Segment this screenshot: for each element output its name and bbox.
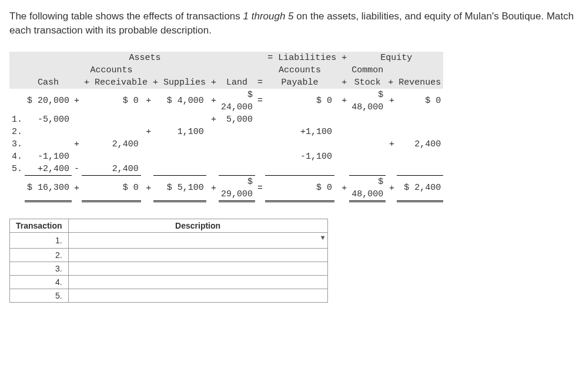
total-land-top: $ bbox=[219, 175, 255, 188]
row1-land: 5,000 bbox=[219, 113, 255, 126]
init-rev: $ 0 bbox=[397, 89, 443, 113]
row5-supplies bbox=[153, 163, 206, 176]
op: + bbox=[386, 89, 397, 113]
op: + bbox=[386, 175, 397, 201]
op: + bbox=[141, 89, 153, 113]
row5-stock bbox=[349, 163, 386, 176]
match-row-num: 4. bbox=[10, 275, 69, 289]
chevron-down-icon: ▼ bbox=[320, 234, 326, 241]
row1-supplies bbox=[153, 113, 206, 126]
match-row-num: 2. bbox=[10, 248, 69, 262]
row-num: 3. bbox=[9, 138, 25, 150]
row4-stock bbox=[349, 150, 386, 163]
init-land: 24,000 bbox=[219, 101, 255, 113]
match-row-num: 3. bbox=[10, 262, 69, 275]
header-cs-bot: Stock bbox=[349, 76, 386, 89]
op: = bbox=[255, 89, 265, 113]
row3-supplies bbox=[153, 138, 206, 150]
total-supplies: $ 5,100 bbox=[153, 175, 206, 201]
row2-stock bbox=[349, 126, 386, 138]
row2-land bbox=[219, 126, 255, 138]
description-dropdown-3[interactable] bbox=[68, 262, 327, 275]
total-land: 29,000 bbox=[219, 188, 255, 202]
header-land: Land bbox=[219, 76, 255, 89]
total-stock-top: $ bbox=[349, 175, 386, 188]
row5-ap bbox=[265, 163, 334, 176]
init-stock-top: $ bbox=[349, 89, 386, 101]
total-rev: $ 2,400 bbox=[397, 175, 443, 201]
row3-stock bbox=[349, 138, 386, 150]
row3-ar: 2,400 bbox=[82, 138, 141, 150]
row1-rev bbox=[397, 113, 443, 126]
description-dropdown-4[interactable] bbox=[68, 275, 327, 289]
header-ap-bot: Payable bbox=[265, 76, 334, 89]
op: + bbox=[72, 175, 82, 201]
row5-cash: +2,400 bbox=[25, 163, 72, 176]
init-cash: $ 20,000 bbox=[25, 89, 72, 113]
row4-ar bbox=[82, 150, 141, 163]
match-row-num: 5. bbox=[10, 289, 69, 302]
prompt-text: The following table shows the effects of… bbox=[9, 9, 577, 38]
row2-ar bbox=[82, 126, 141, 138]
description-dropdown-1[interactable]: ▼ bbox=[68, 232, 327, 248]
row1-ar bbox=[82, 113, 141, 126]
match-row-num: 1. bbox=[10, 232, 69, 248]
header-cs-top: Common bbox=[349, 64, 386, 76]
row2-cash bbox=[25, 126, 72, 138]
row4-supplies bbox=[153, 150, 206, 163]
op: + bbox=[72, 89, 82, 113]
row2-supplies: 1,100 bbox=[153, 126, 206, 138]
header-plus1: + bbox=[334, 76, 349, 89]
header-cash: Cash bbox=[25, 76, 72, 89]
row4-ap: -1,100 bbox=[265, 150, 334, 163]
op: + bbox=[206, 175, 219, 201]
row5-ar: 2,400 bbox=[82, 163, 141, 176]
header-eq: = bbox=[255, 76, 265, 89]
row-num: 4. bbox=[9, 150, 25, 163]
op: + bbox=[334, 89, 349, 113]
total-stock: 48,000 bbox=[349, 188, 386, 202]
row-num: 1. bbox=[9, 113, 25, 126]
prompt-range: 1 through 5 bbox=[243, 11, 294, 22]
op: + bbox=[141, 126, 153, 138]
total-ap: $ 0 bbox=[265, 175, 334, 201]
op: + bbox=[206, 89, 219, 113]
header-ap-top: Accounts bbox=[265, 64, 334, 76]
row-num: 2. bbox=[9, 126, 25, 138]
match-table: Transaction Description 1. ▼ 2. 3. 4. 5. bbox=[9, 219, 328, 303]
row3-rev: 2,400 bbox=[397, 138, 443, 150]
total-ar: $ 0 bbox=[82, 175, 141, 201]
init-ap: $ 0 bbox=[265, 89, 334, 113]
header-assets: Assets bbox=[25, 52, 265, 64]
row1-cash: -5,000 bbox=[25, 113, 72, 126]
init-ar: $ 0 bbox=[82, 89, 141, 113]
header-revenues: + Revenues bbox=[386, 76, 443, 89]
row4-cash: -1,100 bbox=[25, 150, 72, 163]
row1-ap bbox=[265, 113, 334, 126]
total-cash: $ 16,300 bbox=[25, 175, 72, 201]
op: + bbox=[206, 113, 219, 126]
match-header-transaction: Transaction bbox=[10, 219, 69, 232]
match-header-description: Description bbox=[68, 219, 327, 232]
op: + bbox=[141, 175, 153, 201]
header-liabilities: = Liabilities + bbox=[265, 52, 349, 64]
accounting-table: Assets = Liabilities + Equity Accounts A… bbox=[9, 52, 443, 202]
description-dropdown-2[interactable] bbox=[68, 248, 327, 262]
header-ar-bot: + Receivable + Supplies + bbox=[82, 76, 219, 89]
header-ar-top: Accounts bbox=[82, 64, 141, 76]
op: + bbox=[386, 138, 397, 150]
op: - bbox=[72, 163, 82, 176]
row4-rev bbox=[397, 150, 443, 163]
row3-land bbox=[219, 138, 255, 150]
prompt-part1: The following table shows the effects of… bbox=[9, 11, 243, 22]
description-dropdown-5[interactable] bbox=[68, 289, 327, 302]
op: + bbox=[334, 175, 349, 201]
row4-land bbox=[219, 150, 255, 163]
row2-ap: +1,100 bbox=[265, 126, 334, 138]
init-supplies: $ 4,000 bbox=[153, 89, 206, 113]
op: + bbox=[72, 138, 82, 150]
row3-cash bbox=[25, 138, 72, 150]
row5-land bbox=[219, 163, 255, 176]
init-stock: 48,000 bbox=[349, 101, 386, 113]
row1-stock bbox=[349, 113, 386, 126]
